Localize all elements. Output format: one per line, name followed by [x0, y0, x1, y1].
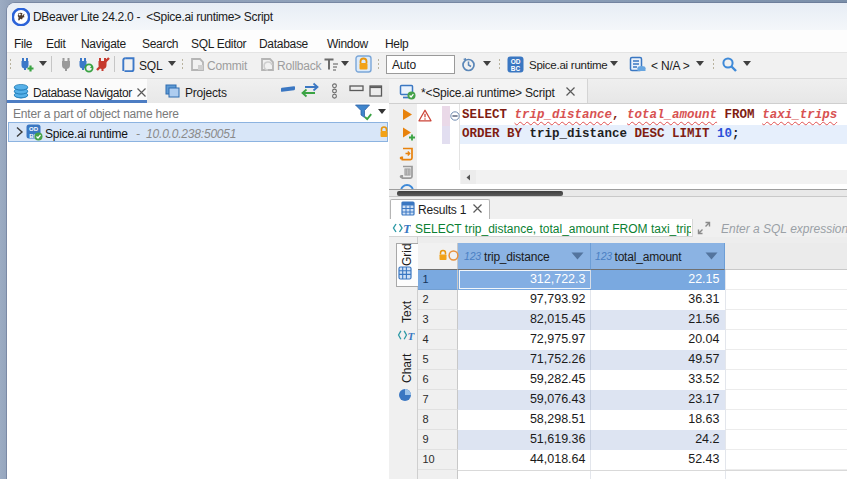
svg-text:OD: OD — [511, 58, 521, 65]
svg-text:BC: BC — [511, 65, 521, 72]
svg-text:OD: OD — [29, 126, 39, 132]
svg-text:T: T — [407, 330, 415, 342]
svg-text:T: T — [403, 221, 411, 235]
